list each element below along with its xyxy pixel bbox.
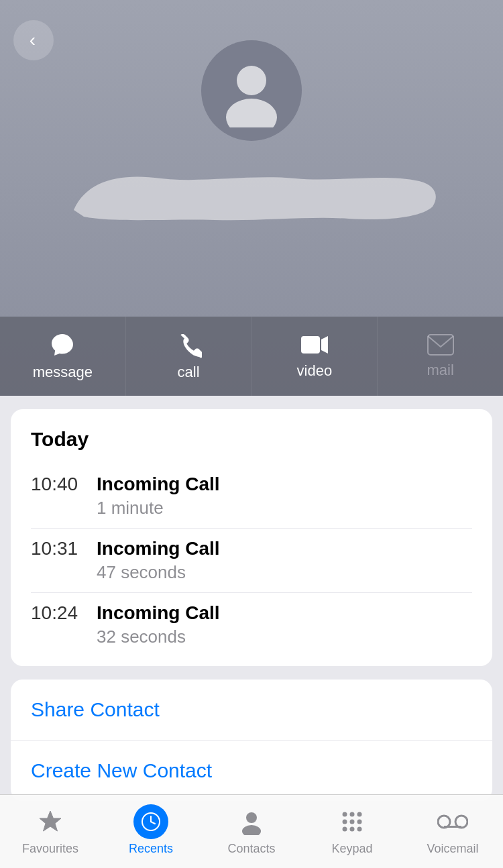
svg-marker-3 [321, 336, 328, 354]
section-today-title: Today [31, 428, 472, 451]
contact-header: ‹ message call [0, 0, 503, 396]
svg-rect-4 [428, 335, 453, 355]
video-icon [300, 333, 329, 357]
tab-voicemail-label: Voicemail [427, 842, 478, 856]
svg-point-9 [246, 812, 257, 823]
svg-point-15 [350, 820, 355, 824]
svg-point-16 [357, 820, 362, 824]
call-label: call [178, 364, 200, 381]
svg-point-12 [350, 812, 355, 817]
svg-line-8 [151, 822, 155, 824]
favourites-icon-wrap [33, 804, 68, 839]
tab-recents[interactable]: Recents [101, 804, 201, 856]
call-row: 10:40 Incoming Call 1 minute [31, 464, 472, 529]
tab-contacts-label: Contacts [227, 842, 275, 856]
share-contact-label: Share Contact [31, 698, 160, 721]
svg-rect-22 [444, 826, 461, 828]
tab-favourites[interactable]: Favourites [0, 804, 101, 856]
call-time: 10:40 [31, 474, 91, 495]
svg-point-11 [343, 812, 347, 817]
clock-icon [141, 812, 161, 832]
star-icon [37, 808, 64, 835]
person-icon [215, 54, 288, 127]
svg-point-14 [343, 820, 347, 824]
call-history-card: Today 10:40 Incoming Call 1 minute 10:31… [11, 409, 492, 666]
call-row: 10:24 Incoming Call 32 seconds [31, 593, 472, 647]
video-label: video [297, 362, 333, 380]
redacted-name-stroke [54, 166, 449, 227]
voicemail-icon [437, 812, 468, 832]
svg-point-0 [237, 66, 266, 95]
call-type: Incoming Call [97, 538, 220, 559]
back-button[interactable]: ‹ [13, 20, 54, 60]
create-new-contact-label: Create New Contact [31, 759, 212, 782]
recents-icon-wrap [133, 804, 168, 839]
keypad-grid-icon [339, 809, 365, 834]
action-buttons-row: message call video [0, 317, 503, 396]
call-type: Incoming Call [97, 602, 220, 624]
call-main-row: 10:24 Incoming Call [31, 602, 472, 624]
call-type: Incoming Call [97, 474, 220, 495]
call-duration: 32 seconds [97, 627, 472, 647]
svg-point-19 [357, 827, 362, 832]
svg-point-13 [357, 812, 362, 817]
svg-point-10 [242, 825, 261, 835]
mail-label: mail [427, 362, 453, 379]
mail-icon [427, 333, 455, 356]
call-row: 10:31 Incoming Call 47 seconds [31, 529, 472, 593]
call-main-row: 10:31 Incoming Call [31, 538, 472, 559]
message-button[interactable]: message [0, 317, 126, 396]
message-icon [49, 331, 76, 358]
call-main-row: 10:40 Incoming Call [31, 474, 472, 495]
avatar [201, 40, 302, 141]
call-duration: 1 minute [97, 498, 472, 519]
video-button[interactable]: video [252, 317, 378, 396]
phone-icon [175, 331, 202, 358]
contact-name-redacted [54, 166, 449, 227]
content-area: Today 10:40 Incoming Call 1 minute 10:31… [0, 396, 503, 828]
svg-point-1 [226, 99, 277, 127]
contacts-person-icon [238, 808, 265, 835]
tab-recents-label: Recents [129, 842, 173, 856]
svg-point-17 [343, 827, 347, 832]
mail-button[interactable]: mail [378, 317, 503, 396]
create-new-contact-row[interactable]: Create New Contact [11, 741, 492, 801]
svg-rect-2 [301, 336, 320, 354]
message-label: message [33, 364, 93, 381]
svg-marker-5 [40, 811, 61, 831]
tab-keypad-label: Keypad [331, 842, 372, 856]
share-contact-row[interactable]: Share Contact [11, 680, 492, 741]
keypad-icon-wrap [335, 804, 370, 839]
call-time: 10:24 [31, 602, 91, 624]
tab-voicemail[interactable]: Voicemail [402, 804, 503, 856]
tab-keypad[interactable]: Keypad [302, 804, 402, 856]
svg-point-18 [350, 827, 355, 832]
clock-circle-icon [133, 804, 168, 839]
back-chevron-icon: ‹ [30, 31, 36, 50]
call-time: 10:31 [31, 538, 91, 559]
tab-bar: Favourites Recents Contacts [0, 794, 503, 868]
tab-favourites-label: Favourites [22, 842, 78, 856]
call-duration: 47 seconds [97, 562, 472, 583]
voicemail-icon-wrap [435, 804, 470, 839]
contact-actions-card: Share Contact Create New Contact [11, 680, 492, 801]
tab-contacts[interactable]: Contacts [201, 804, 302, 856]
contacts-icon-wrap [234, 804, 269, 839]
call-button[interactable]: call [126, 317, 252, 396]
